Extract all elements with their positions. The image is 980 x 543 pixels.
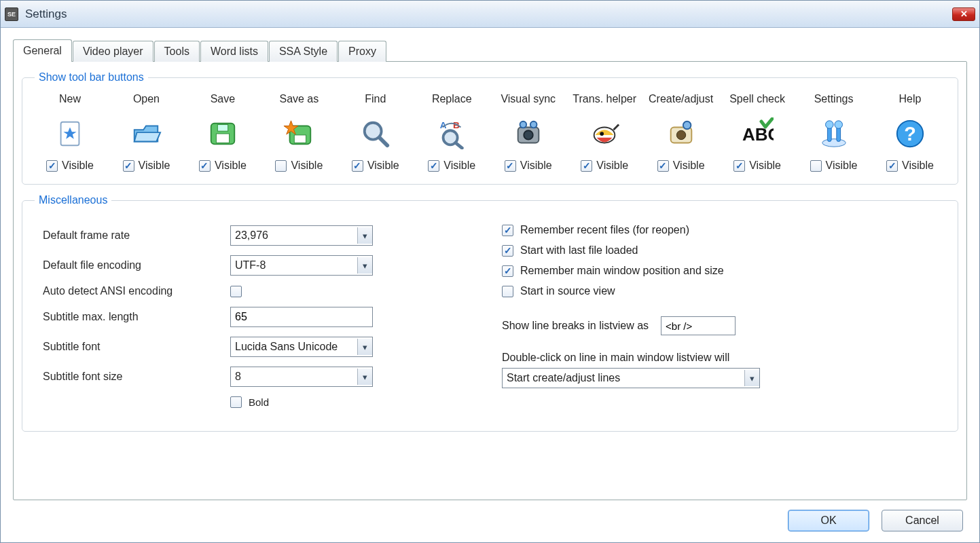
app-icon: SE bbox=[5, 7, 18, 21]
ok-button[interactable]: OK bbox=[788, 510, 869, 531]
start-source-view-checkbox[interactable] bbox=[502, 286, 513, 297]
toolbar-visible-checkbox-createadjust[interactable] bbox=[657, 160, 669, 172]
toolbar-visible-label: Visible bbox=[139, 160, 170, 172]
toolbar-visible-label: Visible bbox=[443, 160, 475, 172]
svg-point-22 bbox=[683, 121, 691, 130]
toolbar-item-label: New bbox=[59, 93, 81, 108]
svg-text:?: ? bbox=[904, 123, 916, 145]
default-frame-rate-select[interactable]: 23,976 bbox=[230, 225, 373, 246]
svg-rect-3 bbox=[216, 134, 229, 143]
tab-proxy[interactable]: Proxy bbox=[338, 41, 386, 62]
bold-label: Bold bbox=[249, 396, 269, 408]
settings-window: SE Settings ✕ GeneralVideo playerToolsWo… bbox=[0, 0, 980, 543]
chevron-down-icon bbox=[357, 369, 372, 385]
toolbar-visible-checkbox-save[interactable] bbox=[199, 160, 211, 172]
svg-point-27 bbox=[825, 121, 833, 129]
show-line-breaks-input[interactable] bbox=[661, 316, 736, 335]
subtitle-font-select[interactable]: Lucida Sans Unicode bbox=[230, 337, 373, 357]
toolbar-item-settings: SettingsVisible bbox=[800, 93, 868, 172]
remember-window-checkbox[interactable] bbox=[502, 265, 513, 277]
toolbar-visible-label: Visible bbox=[826, 160, 858, 172]
toolbar-visible-checkbox-transhelper[interactable] bbox=[581, 160, 592, 172]
toolbar-item-open: OpenVisible bbox=[112, 93, 180, 172]
toolbar-item-label: Save bbox=[211, 93, 235, 108]
subtitle-max-length-input[interactable] bbox=[230, 307, 373, 327]
svg-point-16 bbox=[520, 121, 526, 128]
toolbar-item-label: Open bbox=[133, 93, 160, 108]
close-button[interactable]: ✕ bbox=[952, 7, 975, 21]
default-file-encoding-label: Default file encoding bbox=[40, 259, 230, 272]
cancel-button[interactable]: Cancel bbox=[882, 510, 963, 531]
chevron-down-icon bbox=[357, 227, 372, 244]
toolbar-item-createadjust: Create/adjustVisible bbox=[647, 93, 715, 172]
createadjust-icon bbox=[662, 115, 700, 153]
toolbar-visible-label: Visible bbox=[902, 160, 934, 172]
toolbar-item-help: Help?Visible bbox=[876, 93, 944, 172]
show-line-breaks-label: Show line breaks in listview as bbox=[502, 320, 649, 332]
double-click-label: Double-click on line in main window list… bbox=[502, 352, 940, 364]
toolbar-visible-label: Visible bbox=[291, 160, 323, 172]
toolbar-visible-checkbox-help[interactable] bbox=[886, 160, 898, 172]
toolbar-item-spellcheck: Spell checkABCVisible bbox=[723, 93, 791, 172]
toolbar-item-label: Trans. helper bbox=[573, 93, 636, 108]
toolbar-visible-checkbox-find[interactable] bbox=[352, 160, 363, 172]
tab-panel-general: Show tool bar buttons NewVisibleOpenVisi… bbox=[13, 61, 967, 500]
open-icon bbox=[127, 115, 165, 153]
remember-recent-checkbox[interactable] bbox=[502, 225, 513, 236]
svg-line-9 bbox=[380, 138, 388, 146]
svg-rect-4 bbox=[217, 125, 228, 132]
svg-point-24 bbox=[822, 139, 846, 147]
start-source-view-label: Start in source view bbox=[520, 285, 615, 297]
toolbar-visible-label: Visible bbox=[62, 160, 94, 172]
toolbar-item-save: SaveVisible bbox=[189, 93, 257, 172]
toolbar-item-label: Create/adjust bbox=[649, 93, 713, 108]
miscellaneous-group: Miscellaneous Default frame rate 23,976 … bbox=[22, 194, 958, 432]
saveas-icon bbox=[280, 115, 318, 153]
find-icon bbox=[357, 115, 395, 153]
toolbar-visible-checkbox-visualsync[interactable] bbox=[505, 160, 516, 172]
toolbar-visible-checkbox-replace[interactable] bbox=[428, 160, 439, 172]
new-icon bbox=[51, 115, 89, 153]
tab-general[interactable]: General bbox=[13, 39, 72, 62]
visualsync-icon bbox=[509, 115, 547, 153]
auto-detect-ansi-checkbox[interactable] bbox=[230, 286, 242, 297]
toolbar-item-label: Replace bbox=[432, 93, 472, 108]
toolbar-visible-checkbox-spellcheck[interactable] bbox=[733, 160, 745, 172]
toolbar-visible-checkbox-open[interactable] bbox=[123, 160, 134, 172]
toolbar-visible-checkbox-settings[interactable] bbox=[810, 160, 822, 172]
svg-point-28 bbox=[834, 121, 842, 129]
tab-word-lists[interactable]: Word lists bbox=[200, 41, 268, 62]
toolbar-item-label: Visual sync bbox=[501, 93, 556, 108]
subtitle-font-size-select[interactable]: 8 bbox=[230, 367, 373, 387]
chevron-down-icon bbox=[357, 257, 372, 274]
tab-ssa-style[interactable]: SSA Style bbox=[269, 41, 338, 62]
toolbar-visible-label: Visible bbox=[749, 160, 781, 172]
subtitle-max-length-label: Subtitle max. length bbox=[40, 311, 230, 323]
toolbar-item-new: NewVisible bbox=[36, 93, 104, 172]
start-last-file-label: Start with last file loaded bbox=[520, 244, 638, 257]
toolbar-visible-checkbox-new[interactable] bbox=[46, 160, 58, 172]
toolbar-buttons-group: Show tool bar buttons NewVisibleOpenVisi… bbox=[22, 71, 958, 185]
toolbar-item-label: Help bbox=[899, 93, 922, 108]
toolbar-item-find: FindVisible bbox=[342, 93, 410, 172]
start-last-file-checkbox[interactable] bbox=[502, 245, 513, 257]
default-file-encoding-select[interactable]: UTF-8 bbox=[230, 255, 373, 276]
toolbar-visible-label: Visible bbox=[673, 160, 705, 172]
svg-point-15 bbox=[524, 130, 532, 139]
bold-checkbox[interactable] bbox=[230, 396, 242, 408]
toolbar-item-label: Find bbox=[365, 93, 386, 108]
spellcheck-icon: ABC bbox=[738, 115, 776, 153]
toolbar-item-transhelper: Trans. helperVisible bbox=[570, 93, 638, 172]
toolbar-item-label: Spell check bbox=[729, 93, 785, 108]
tab-tools[interactable]: Tools bbox=[154, 41, 200, 62]
remember-window-label: Remember main window position and size bbox=[520, 265, 724, 277]
tab-video-player[interactable]: Video player bbox=[73, 41, 153, 62]
remember-recent-label: Remember recent files (for reopen) bbox=[520, 224, 689, 236]
replace-icon: AB bbox=[433, 115, 471, 153]
auto-detect-ansi-label: Auto detect ANSI encoding bbox=[40, 285, 230, 297]
help-icon: ? bbox=[891, 115, 929, 153]
svg-text:ABC: ABC bbox=[742, 124, 774, 145]
toolbar-visible-checkbox-saveas[interactable] bbox=[275, 160, 287, 172]
toolbar-visible-label: Visible bbox=[215, 160, 247, 172]
double-click-action-select[interactable]: Start create/adjust lines bbox=[502, 368, 760, 388]
